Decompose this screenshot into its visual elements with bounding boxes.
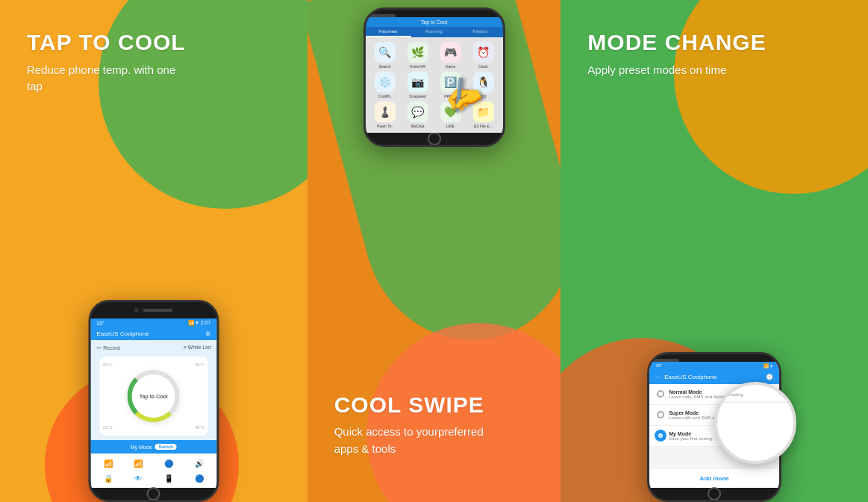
mode-radio-my bbox=[657, 432, 664, 439]
phone2-bottom-bar bbox=[366, 133, 503, 145]
icon-snapseed: 📷 bbox=[408, 72, 428, 92]
add-mode-button[interactable]: Add mode bbox=[649, 469, 779, 488]
app-icon-greenVR: 🌿 GreenVR bbox=[403, 42, 433, 69]
phone1-switch-badge: Switch bbox=[155, 444, 177, 450]
swipe-tab-toolbox[interactable]: Toolbox bbox=[457, 27, 502, 37]
phone-mockup-1: 33° 📶✈ 2:07 EaseUS Coolphone ⚙ 〜 Record … bbox=[88, 300, 219, 502]
phone1-record-row: 〜 Record ≡ White List bbox=[96, 345, 210, 352]
phone3-status-bar: 33° 📶 ✈ bbox=[649, 362, 779, 370]
phone1-temp: 33° bbox=[96, 321, 104, 326]
phone2-body: Tap to Cool Favorites Running Toolbox 🔍 … bbox=[363, 7, 505, 147]
phone1-status-bar: 33° 📶✈ 2:07 bbox=[90, 319, 216, 327]
icon-signal: 📶 bbox=[124, 456, 153, 470]
phone1-whitelist-label: ≡ White List bbox=[184, 345, 211, 352]
phone2-camera bbox=[366, 10, 370, 14]
magnifier-content: Normal Mode Leave calls, SMS and Mobile … bbox=[714, 382, 796, 464]
app-icon-clock: ⏰ Clock bbox=[469, 42, 499, 69]
icon-wifi: 📶 bbox=[93, 456, 122, 470]
app-icon-pawn: ♟️ Pawn Th. bbox=[370, 101, 400, 128]
panel3-title: MODE CHANGE bbox=[587, 30, 766, 56]
app-icon-wechat: 💬 WeChat bbox=[403, 101, 433, 128]
app-icon-game: 🎮 Game bbox=[436, 42, 466, 69]
panel2-title: COOL SWIPE bbox=[334, 392, 499, 418]
app-icon-search: 🔍 Search bbox=[370, 42, 400, 69]
icon-game: 🎮 bbox=[440, 42, 461, 63]
phone1-home-btn bbox=[147, 487, 160, 501]
phone1-temp-labels-bottom: 15°C40°C bbox=[99, 425, 207, 430]
icon-volume: 🔊 bbox=[185, 456, 214, 470]
icon-pawn: ♟️ bbox=[375, 101, 396, 122]
phone3-bottom-bar bbox=[649, 488, 779, 500]
panel-tap-to-cool: TAP TO COOL Reduce phone temp. with one … bbox=[0, 0, 307, 502]
magnifier-overlay: Normal Mode Leave calls, SMS and Mobile … bbox=[714, 382, 796, 464]
swipe-tabs: Favorites Running Toolbox bbox=[366, 27, 503, 37]
phone1-settings-icon: ⚙ bbox=[205, 330, 210, 337]
panel2-text-block: COOL SWIPE Quick access to yourpreferred… bbox=[334, 392, 499, 458]
phone2-home-btn bbox=[428, 132, 441, 145]
swipe-tab-favorites[interactable]: Favorites bbox=[366, 27, 411, 37]
icon-wechat: 💬 bbox=[408, 101, 428, 122]
phone1-bottom-bar bbox=[90, 488, 216, 500]
phone1-app-body: 〜 Record ≡ White List 40°C45°C Tap to Co… bbox=[90, 340, 216, 440]
phone3-top-bar bbox=[649, 354, 779, 362]
icon-search: 🔍 bbox=[375, 42, 396, 63]
phone3-app-name: EaseUS Coolphone bbox=[664, 374, 716, 380]
mode-radio-normal bbox=[657, 390, 664, 398]
phone1-mode-row: My Mode Switch bbox=[90, 440, 216, 454]
phone1-speaker bbox=[143, 309, 173, 312]
icon-eye: 👁 bbox=[124, 471, 153, 485]
app-icon-coolphone: ❄️ CoolPh. bbox=[370, 72, 400, 98]
phone-mockup-2: Tap to Cool Favorites Running Toolbox 🔍 … bbox=[363, 7, 505, 147]
phone3-back-icon: ← bbox=[655, 374, 661, 380]
app-icon-snapseed: 📷 Snapseed bbox=[403, 72, 433, 98]
phone1-top-bar bbox=[90, 302, 216, 319]
phone1-screen: 33° 📶✈ 2:07 EaseUS Coolphone ⚙ 〜 Record … bbox=[90, 319, 216, 488]
phone3-icons: 📶 ✈ bbox=[764, 363, 774, 368]
phone1-temp-labels: 40°C45°C bbox=[99, 363, 207, 367]
phone3-home-btn bbox=[708, 487, 721, 501]
phone1-thermo-area: 40°C45°C Tap to Cool 15°C40°C bbox=[99, 357, 207, 436]
icon-lock: 🔒 bbox=[93, 471, 122, 485]
panel1-title: TAP TO COOL bbox=[27, 30, 186, 56]
panel-mode-change: MODE CHANGE Apply preset modes on time 3… bbox=[561, 0, 868, 502]
icon-greenVR: 🌿 bbox=[408, 42, 428, 63]
mag-item-my: My Mode Save your first setting bbox=[714, 382, 796, 403]
phone3-clock-icon: 🕐 bbox=[766, 374, 773, 380]
panel1-subtitle: Reduce phone temp. with one tap bbox=[27, 62, 176, 95]
phone1-mode-label: My Mode bbox=[131, 445, 152, 450]
panel2-subtitle: Quick access to yourpreferred apps & too… bbox=[334, 424, 499, 457]
mode-radio-super bbox=[657, 411, 664, 418]
panel-cool-swipe: Tap to Cool Favorites Running Toolbox 🔍 … bbox=[307, 0, 561, 502]
icon-coolphone: ❄️ bbox=[375, 72, 396, 92]
icon-phone: 📱 bbox=[154, 471, 184, 485]
swipe-header: Tap to Cool bbox=[366, 17, 503, 27]
phone3-temp: 33° bbox=[655, 363, 662, 368]
icon-data: 🔵 bbox=[154, 456, 184, 470]
app-icons-grid: 🔍 Search 🌿 GreenVR 🎮 Game ⏰ Clock bbox=[366, 37, 503, 133]
phone1-camera bbox=[134, 308, 139, 313]
panel3-subtitle: Apply preset modes on time bbox=[587, 62, 726, 79]
phone2-screen: Tap to Cool Favorites Running Toolbox 🔍 … bbox=[366, 17, 503, 133]
phone3-camera bbox=[649, 354, 654, 359]
phone1-icons: 📶✈ 2:07 bbox=[188, 320, 211, 326]
phone-mockup-3: 33° 📶 ✈ ← EaseUS Coolphone 🕐 Normal Mode… bbox=[647, 352, 781, 502]
phone1-app-header: EaseUS Coolphone ⚙ bbox=[90, 327, 216, 340]
swipe-tab-running[interactable]: Running bbox=[411, 27, 457, 37]
phone1-temp-circle: Tap to Cool bbox=[128, 370, 180, 422]
icon-bluetooth: 🔵 bbox=[185, 471, 214, 485]
phone1-icon-grid: 📶 📶 🔵 🔊 🔒 👁 📱 🔵 bbox=[90, 454, 216, 488]
phone2-top-bar bbox=[366, 10, 503, 17]
phone1-app-name: EaseUS Coolphone bbox=[96, 330, 149, 337]
icon-clock: ⏰ bbox=[473, 42, 494, 63]
phone1-record-label: 〜 Record bbox=[96, 345, 120, 352]
